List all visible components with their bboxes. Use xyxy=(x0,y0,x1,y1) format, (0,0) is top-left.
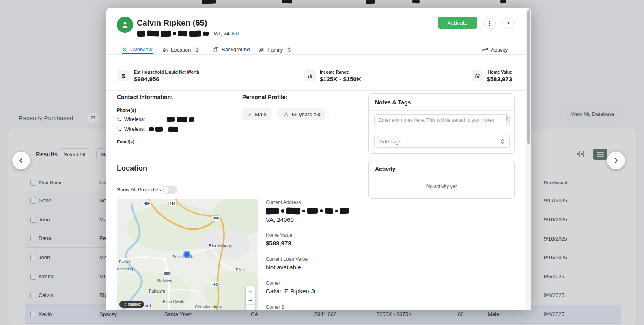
map[interactable]: 460 460 460 685 460 Blacksburg Prices Fo… xyxy=(117,199,258,310)
mapbox-attribution[interactable]: mapbox xyxy=(119,301,144,308)
close-button[interactable]: ✕ xyxy=(502,17,515,29)
map-extra-control-partial[interactable] xyxy=(246,305,255,310)
notes-input[interactable] xyxy=(374,114,510,127)
select-all-button[interactable]: Select All xyxy=(59,148,90,160)
cell-purchased: 9/17/2025 xyxy=(544,197,567,204)
property-marker[interactable] xyxy=(183,251,190,258)
dollar-icon: $ xyxy=(118,70,129,81)
notes-tags-card: Notes & Tags Add Tags xyxy=(368,93,515,154)
notes-scrollbar[interactable] xyxy=(506,115,508,126)
tab-location[interactable]: Location 1 xyxy=(162,46,200,53)
location-heading: Location xyxy=(117,164,147,173)
route-shield: 685 xyxy=(163,271,171,276)
row-checkbox[interactable] xyxy=(30,255,36,260)
modal-scrollbar-track[interactable] xyxy=(526,8,531,310)
modal-scrollbar-thumb[interactable] xyxy=(527,10,530,144)
row-checkbox[interactable] xyxy=(30,236,36,241)
cell-first-name: Calvin xyxy=(39,292,53,298)
recently-purchased-tab[interactable]: Recently Purchased 27 xyxy=(8,109,104,127)
route-shield: 460 xyxy=(143,201,151,206)
cell-first-name: Kimbal xyxy=(39,273,55,280)
stat-homevalue-value: $583,973 xyxy=(439,76,512,82)
chevron-left-icon xyxy=(18,157,24,164)
view-my-database-button[interactable]: View My Database xyxy=(565,105,620,123)
cell-purchased: 9/5/2025 xyxy=(544,273,564,280)
list-view-button-selected[interactable] xyxy=(593,149,607,160)
card-divider xyxy=(369,110,514,110)
partial-toolbar-button[interactable]: Ma xyxy=(96,148,106,160)
table-row[interactable]: Kimbal Mu xyxy=(25,267,106,286)
column-header-purchased[interactable]: Purchased xyxy=(544,180,568,185)
tab-overview[interactable]: Overview xyxy=(122,46,152,52)
zoom-out-button[interactable]: − xyxy=(246,295,255,305)
building-icon xyxy=(213,47,219,52)
grid-view-button[interactable] xyxy=(577,151,584,157)
table-row[interactable]: John Ma xyxy=(25,210,106,229)
row-checkbox[interactable] xyxy=(30,292,36,298)
phone-icon xyxy=(117,117,122,122)
redacted-phone xyxy=(149,127,178,132)
profile-title: Calvin Ripken (65) xyxy=(137,18,207,28)
activity-card: Activity No activity yet xyxy=(368,160,515,199)
row-checkbox[interactable] xyxy=(30,312,36,317)
next-record-button[interactable] xyxy=(607,152,625,169)
map-place-label: Parrott xyxy=(119,259,131,264)
owner2-label: Owner 2 xyxy=(266,304,284,310)
activity-heading: Activity xyxy=(375,166,396,172)
map-place-label: Ellett xyxy=(236,268,245,272)
tab-activity[interactable]: Activity xyxy=(482,46,508,53)
avatar xyxy=(117,17,133,33)
cell-last-name: Ma xyxy=(99,254,106,260)
tab-background[interactable]: Background xyxy=(213,46,250,52)
recently-purchased-label: Recently Purchased xyxy=(19,115,73,121)
bar-chart-icon xyxy=(304,70,316,81)
column-header-last-name[interactable]: Last Name xyxy=(99,180,106,185)
stat-networth-label: Est Household Liquid Net Worth xyxy=(134,69,199,74)
redacted-text xyxy=(500,0,506,3)
table-row[interactable]: Gabe Ne xyxy=(25,191,106,210)
cell-state: CA xyxy=(251,311,258,317)
tab-family-badge: 5 xyxy=(286,46,293,53)
cell-first-name: Kevin xyxy=(39,311,52,317)
cell-income: $250K - $375K xyxy=(377,311,412,317)
map-place-label: Belspring xyxy=(117,266,133,271)
redacted-address-line: VA, 24060 xyxy=(137,30,239,37)
table-row[interactable]: John Ma xyxy=(25,248,106,267)
add-tags-select[interactable]: Add Tags xyxy=(374,135,510,148)
activity-empty-state: No activity yet xyxy=(369,184,514,189)
tab-family-label: Family xyxy=(267,47,283,53)
location-divider xyxy=(117,178,360,178)
cell-purchased: 9/16/2025 xyxy=(544,254,567,260)
tab-activity-label: Activity xyxy=(491,47,508,53)
trending-up-icon xyxy=(482,46,488,53)
notes-heading: Notes & Tags xyxy=(375,99,411,106)
grid-view-icon xyxy=(577,151,584,157)
map-place-label: Blacksburg xyxy=(209,243,232,248)
row-checkbox[interactable] xyxy=(30,274,36,280)
table-row[interactable]: Calvin Rip xyxy=(25,286,106,305)
cell-last-name: Ne xyxy=(99,197,106,204)
current-address-label: Current Address xyxy=(266,199,301,205)
prev-record-button[interactable] xyxy=(12,152,30,169)
select-chevrons-icon xyxy=(500,139,504,145)
route-shield: 460 xyxy=(168,201,177,206)
person-icon xyxy=(121,20,129,29)
cell-purchased: 9/16/2025 xyxy=(544,217,567,223)
map-place-label: Plum Creek xyxy=(163,299,184,304)
toggle-knob xyxy=(163,187,169,193)
zoom-in-button[interactable]: + xyxy=(246,286,255,295)
cell-gender: Male xyxy=(488,311,499,317)
more-options-button[interactable]: ⋮ xyxy=(484,17,496,29)
column-header-last-name-clip: Last Name xyxy=(25,180,106,187)
card-divider xyxy=(369,177,514,177)
activate-button[interactable]: Activate xyxy=(438,17,477,29)
loan-value-label: Current Loan Value xyxy=(266,256,308,262)
table-row[interactable]: Dana Pe xyxy=(25,229,106,248)
kebab-icon: ⋮ xyxy=(487,20,493,27)
redacted-text xyxy=(412,0,420,3)
show-all-properties-toggle[interactable] xyxy=(162,186,177,194)
contact-heading: Contact Information: xyxy=(117,94,173,100)
row-checkbox[interactable] xyxy=(30,198,36,204)
tab-family[interactable]: Family 5 xyxy=(258,46,293,53)
row-checkbox[interactable] xyxy=(30,217,36,223)
